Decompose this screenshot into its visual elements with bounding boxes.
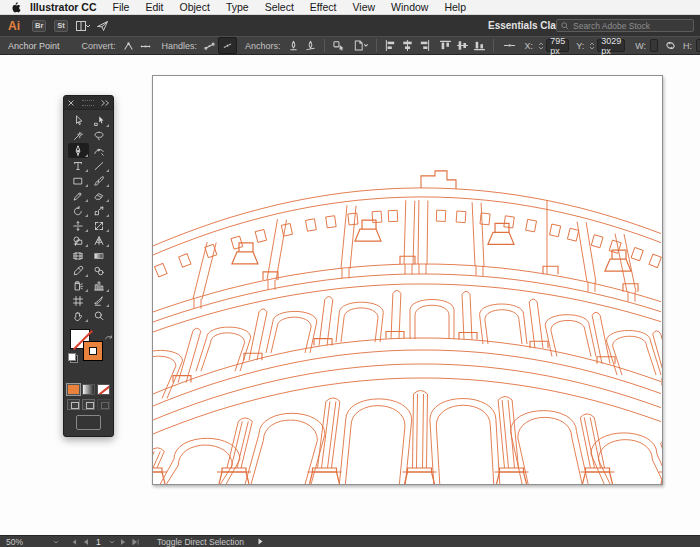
color-button[interactable] bbox=[67, 384, 80, 395]
tool-zoom[interactable] bbox=[89, 308, 110, 323]
stock-button[interactable]: St bbox=[54, 20, 68, 32]
menu-item-effect[interactable]: Effect bbox=[310, 1, 337, 13]
tool-mesh[interactable] bbox=[68, 248, 89, 263]
default-fill-stroke-icon[interactable] bbox=[68, 353, 78, 363]
anchor-point-display-icon bbox=[499, 38, 521, 53]
collapse-panel-icon[interactable] bbox=[101, 100, 109, 106]
y-field[interactable]: 3029 px bbox=[597, 39, 625, 52]
draw-behind-button[interactable] bbox=[82, 399, 95, 410]
menu-item-help[interactable]: Help bbox=[444, 1, 466, 13]
next-artboard-icon[interactable] bbox=[121, 539, 126, 545]
change-screen-mode-button[interactable] bbox=[76, 415, 101, 430]
artboard-number[interactable]: 1 bbox=[96, 537, 101, 547]
tool-selection[interactable] bbox=[68, 113, 89, 128]
tool-perspective-grid[interactable] bbox=[89, 233, 110, 248]
align-right-button[interactable] bbox=[416, 38, 433, 53]
none-button[interactable] bbox=[97, 384, 110, 395]
tool-eyedropper[interactable] bbox=[68, 263, 89, 278]
illustrator-window: Illustrator CC File Edit Object Type Sel… bbox=[0, 0, 700, 547]
remove-anchor-button[interactable] bbox=[285, 38, 302, 53]
x-field[interactable]: 795 px bbox=[546, 39, 569, 52]
tool-column-graph[interactable] bbox=[89, 278, 110, 293]
bridge-button[interactable]: Br bbox=[32, 20, 46, 32]
align-vcenter-button[interactable] bbox=[454, 38, 471, 53]
tool-rotate[interactable] bbox=[68, 203, 89, 218]
search-input[interactable]: Search Adobe Stock bbox=[556, 19, 694, 32]
artboard[interactable] bbox=[152, 75, 663, 485]
tool-direct-selection[interactable] bbox=[89, 113, 110, 128]
menu-item-type[interactable]: Type bbox=[226, 1, 249, 13]
illustrator-logo: Ai bbox=[8, 19, 20, 33]
cut-path-button[interactable] bbox=[302, 38, 319, 53]
y-stepper[interactable] bbox=[589, 42, 595, 50]
tool-free-transform[interactable] bbox=[89, 218, 110, 233]
first-artboard-icon[interactable] bbox=[70, 539, 77, 545]
tool-paintbrush[interactable] bbox=[89, 173, 110, 188]
convert-to-corner-button[interactable] bbox=[120, 38, 137, 53]
close-icon[interactable] bbox=[68, 100, 74, 106]
show-handles-button[interactable] bbox=[201, 38, 218, 53]
draw-inside-button[interactable] bbox=[97, 399, 110, 410]
tool-blend[interactable] bbox=[89, 263, 110, 278]
tool-gradient[interactable] bbox=[89, 248, 110, 263]
tool-pencil[interactable] bbox=[68, 188, 89, 203]
previous-artboard-icon[interactable] bbox=[83, 539, 88, 545]
tool-width[interactable] bbox=[68, 218, 89, 233]
align-bottom-button[interactable] bbox=[471, 38, 488, 53]
tool-scale[interactable] bbox=[89, 203, 110, 218]
hide-handles-button[interactable] bbox=[218, 37, 237, 54]
h-label: H: bbox=[683, 41, 692, 51]
tool-line-segment[interactable] bbox=[89, 158, 110, 173]
align-hcenter-button[interactable] bbox=[399, 38, 416, 53]
tool-artboard[interactable] bbox=[68, 293, 89, 308]
x-stepper[interactable] bbox=[538, 42, 544, 50]
tool-curvature[interactable] bbox=[89, 143, 110, 158]
artboard-dropdown-icon[interactable] bbox=[109, 540, 115, 544]
zoom-level-control[interactable]: 50% bbox=[0, 537, 50, 547]
align-left-button[interactable] bbox=[382, 38, 399, 53]
tool-symbol-sprayer[interactable] bbox=[68, 278, 89, 293]
tool-shape-builder[interactable] bbox=[68, 233, 89, 248]
menu-item-select[interactable]: Select bbox=[265, 1, 294, 13]
status-menu-arrow-icon[interactable] bbox=[258, 538, 263, 545]
menu-item-app[interactable]: Illustrator CC bbox=[30, 1, 97, 13]
drag-handle[interactable] bbox=[82, 100, 94, 106]
arrange-documents-icon[interactable] bbox=[76, 21, 90, 31]
menu-bar: Illustrator CC File Edit Object Type Sel… bbox=[0, 0, 700, 15]
stroke-swatch[interactable] bbox=[83, 341, 103, 361]
menu-item-file[interactable]: File bbox=[113, 1, 130, 13]
y-label: Y: bbox=[576, 41, 584, 51]
share-icon[interactable] bbox=[96, 20, 109, 32]
h-field[interactable] bbox=[696, 39, 700, 52]
tool-grid bbox=[64, 110, 113, 323]
drawing-modes-row bbox=[64, 399, 113, 410]
isolate-selection-button[interactable] bbox=[330, 38, 347, 53]
w-field[interactable] bbox=[650, 39, 658, 52]
status-tool-hint: Toggle Direct Selection bbox=[157, 537, 244, 547]
tools-panel-header[interactable] bbox=[64, 96, 113, 110]
tool-magic-wand[interactable] bbox=[68, 128, 89, 143]
anchors-label: Anchors: bbox=[245, 41, 281, 51]
apple-menu-icon[interactable] bbox=[10, 1, 21, 13]
document-setup-button[interactable] bbox=[347, 38, 371, 53]
link-dimensions-icon[interactable] bbox=[662, 38, 679, 53]
align-top-button[interactable] bbox=[437, 38, 454, 53]
tool-slice[interactable] bbox=[89, 293, 110, 308]
tool-rectangle[interactable] bbox=[68, 173, 89, 188]
last-artboard-icon[interactable] bbox=[132, 539, 139, 545]
tool-pen[interactable] bbox=[68, 143, 89, 158]
separator bbox=[493, 39, 494, 52]
menu-item-window[interactable]: Window bbox=[391, 1, 428, 13]
menu-item-object[interactable]: Object bbox=[180, 1, 210, 13]
tool-eraser[interactable] bbox=[89, 188, 110, 203]
zoom-dropdown-icon[interactable] bbox=[53, 540, 59, 544]
menu-item-view[interactable]: View bbox=[353, 1, 376, 13]
tool-type[interactable] bbox=[68, 158, 89, 173]
convert-to-smooth-button[interactable] bbox=[137, 38, 154, 53]
gradient-button[interactable] bbox=[82, 384, 95, 395]
tool-lasso[interactable] bbox=[89, 128, 110, 143]
tool-hand[interactable] bbox=[68, 308, 89, 323]
swap-fill-stroke-icon[interactable] bbox=[104, 329, 113, 347]
draw-normal-button[interactable] bbox=[67, 399, 80, 410]
menu-item-edit[interactable]: Edit bbox=[145, 1, 163, 13]
